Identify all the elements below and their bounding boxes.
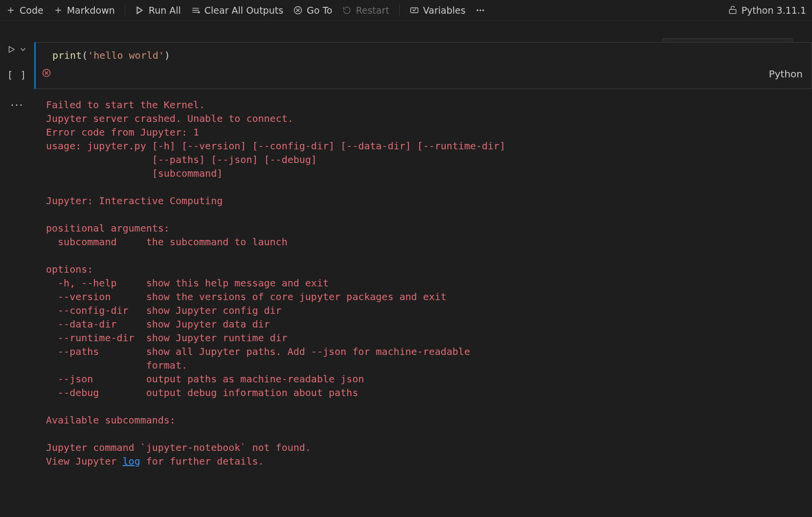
clear-outputs-icon [191,5,201,15]
output-log-link[interactable]: log [123,455,140,467]
cell-error-indicator[interactable] [42,68,51,80]
add-code-button[interactable]: Code [4,4,45,17]
toolbar-separator [125,4,125,16]
svg-point-2 [476,9,478,11]
variables-label: Variables [423,5,466,16]
cell-output: Failed to start the Kernel. Jupyter serv… [34,96,812,470]
code-token-lparen: ( [82,49,88,61]
cell-footer: Python [36,66,812,84]
goto-label: Go To [307,5,332,16]
chevron-down-icon [19,45,27,54]
restart-label: Restart [356,5,389,16]
code-token-rparen: ) [164,49,170,61]
ellipsis-icon [475,5,485,15]
add-markdown-label: Markdown [67,5,115,16]
cell-gutter: [ ] [0,42,34,89]
clear-outputs-button[interactable]: Clear All Outputs [189,4,285,17]
output-error-text: Failed to start the Kernel. Jupyter serv… [46,99,505,453]
restart-icon [342,5,352,15]
run-cell-dropdown[interactable] [19,45,27,56]
goto-icon [293,5,303,15]
cell-output-row: ··· Failed to start the Kernel. Jupyter … [0,96,812,470]
kernel-icon [728,5,738,15]
clear-outputs-label: Clear All Outputs [204,5,283,16]
svg-rect-5 [729,9,736,13]
cell-body: print('hello world') Python [34,42,812,89]
output-last-prefix: View Jupyter [46,455,123,467]
run-all-button[interactable]: Run All [133,4,183,17]
output-last-suffix: for further details. [140,455,264,467]
kernel-label: Python 3.11.1 [742,5,806,16]
plus-icon [6,5,16,15]
variables-button[interactable]: Variables [407,4,468,17]
execution-count: [ ] [7,70,27,80]
svg-point-3 [479,9,481,11]
toolbar-separator [399,4,400,16]
plus-icon [53,5,63,15]
add-code-label: Code [20,5,44,16]
code-token-fn: print [52,49,82,61]
run-cell-button[interactable] [7,45,16,56]
toolbar-overflow-button[interactable] [474,4,487,16]
error-icon [42,68,51,78]
goto-button[interactable]: Go To [291,4,334,17]
variables-icon [409,5,419,15]
kernel-selector[interactable]: Python 3.11.1 [726,4,808,17]
code-token-str: 'hello world' [88,49,164,61]
add-markdown-button[interactable]: Markdown [51,4,117,17]
run-all-icon [135,5,145,15]
notebook-toolbar: Code Markdown Run All Clear All Outputs … [0,0,812,21]
svg-point-4 [482,9,484,11]
run-all-label: Run All [149,5,181,16]
output-gutter[interactable]: ··· [0,96,34,470]
code-editor[interactable]: print('hello world') [36,43,812,66]
cell-language-label[interactable]: Python [769,68,803,80]
play-icon [7,45,16,54]
notebook-body: [ ] print('hello world') Python ··· Fail… [0,21,812,470]
restart-button[interactable]: Restart [340,4,391,17]
code-cell: [ ] print('hello world') Python [0,42,812,89]
